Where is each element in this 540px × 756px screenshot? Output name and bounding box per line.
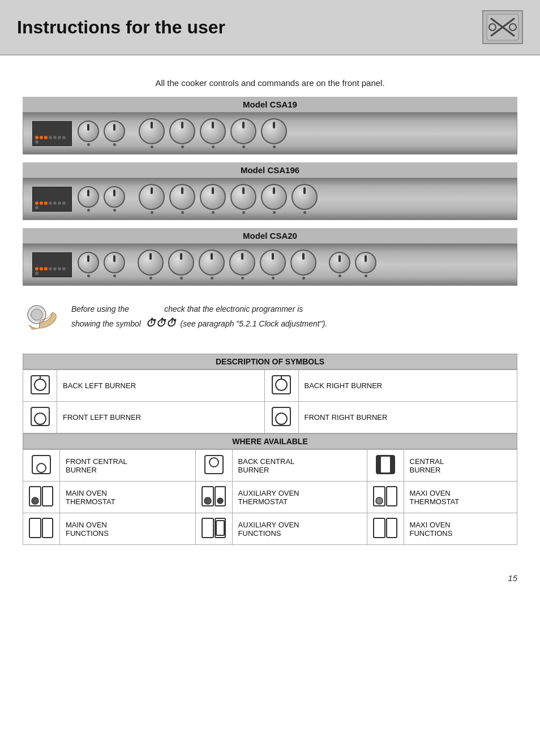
knob-dot [181, 145, 184, 148]
knob-container [260, 250, 286, 280]
knob[interactable] [329, 252, 350, 273]
knob-container [104, 252, 125, 277]
dot [49, 201, 52, 205]
knob-large[interactable] [230, 118, 256, 144]
knob-container [292, 184, 318, 214]
symbol-back-central [195, 450, 232, 482]
knob[interactable] [78, 121, 99, 142]
dot [35, 201, 38, 205]
svg-point-6 [31, 309, 42, 320]
knob-dot [87, 209, 90, 212]
knob-large[interactable] [200, 118, 226, 144]
svg-point-27 [204, 497, 211, 504]
knob-large[interactable] [292, 184, 318, 210]
svg-point-18 [37, 463, 46, 472]
svg-point-14 [35, 413, 46, 424]
label-aux-oven-func: AUXILIARY OVEN FUNCTIONS [232, 513, 367, 545]
svg-point-24 [32, 497, 38, 504]
label-main-oven-func: MAIN OVEN FUNCTIONS [60, 513, 196, 545]
knob-large[interactable] [169, 118, 195, 144]
table-row: MAIN OVEN FUNCTIONS AUXILIARY OVEN FUNCT… [23, 513, 517, 545]
svg-rect-39 [387, 518, 397, 538]
dot [35, 136, 38, 139]
knob-large[interactable] [261, 184, 287, 210]
knob-container [78, 186, 99, 212]
dot [62, 136, 66, 139]
knob-dot [113, 209, 116, 212]
label-front-central: FRONT CENTRAL BURNER [60, 450, 196, 482]
knob-large[interactable] [261, 118, 287, 144]
where-table: FRONT CENTRAL BURNER BACK CENTRAL BURNER [23, 449, 517, 545]
knob-container [230, 118, 256, 148]
knob-dot [212, 211, 215, 214]
knob[interactable] [78, 186, 99, 208]
knob-large[interactable] [229, 250, 255, 276]
knob-container [261, 184, 287, 214]
symbol-maxi-oven-thermo [367, 482, 404, 513]
label-central: CENTRAL BURNER [404, 450, 517, 482]
knob-large[interactable] [230, 184, 256, 210]
knob-large[interactable] [138, 250, 164, 276]
table-row: FRONT CENTRAL BURNER BACK CENTRAL BURNER [23, 450, 517, 482]
svg-point-20 [209, 458, 218, 467]
notice-text-before: Before using the check that the electron… [71, 304, 303, 313]
svg-point-11 [276, 379, 287, 390]
knob-large[interactable] [290, 250, 316, 276]
svg-rect-17 [32, 456, 50, 474]
knob[interactable] [104, 121, 125, 142]
model-csa196-panel [23, 178, 517, 220]
knob-large[interactable] [169, 184, 195, 210]
model-csa19-header: Model CSA19 [23, 97, 517, 112]
knob-large[interactable] [168, 250, 194, 276]
knob-dot [113, 274, 116, 277]
model-csa20-panel [23, 243, 517, 286]
knob-large[interactable] [260, 250, 286, 276]
knob-container [229, 250, 255, 280]
svg-rect-33 [29, 518, 41, 538]
svg-point-16 [276, 413, 287, 424]
knob-container [200, 118, 226, 148]
knob-dot [211, 277, 213, 280]
notice-icon [23, 303, 62, 337]
label-back-right: BACK RIGHT BURNER [298, 370, 517, 402]
symbol-front-central [23, 450, 60, 482]
dot [35, 272, 38, 275]
knob-container [168, 250, 194, 280]
knob-dot [149, 277, 152, 280]
knob-large[interactable] [139, 118, 165, 144]
notice-text: Before using the check that the electron… [71, 303, 327, 332]
knob[interactable] [104, 252, 125, 273]
knob-container [78, 252, 99, 277]
knob-dot [272, 277, 275, 280]
knob-large[interactable] [200, 184, 226, 210]
dot [40, 267, 43, 270]
model-csa19-panel [23, 112, 517, 154]
header-icon [482, 10, 523, 44]
dot [62, 201, 66, 205]
knob-group-csa196 [78, 184, 318, 214]
knob-container [139, 184, 165, 214]
knob[interactable] [355, 252, 376, 273]
symbol-cell-back-left [23, 370, 57, 402]
label-maxi-oven-func: MAXI OVEN FUNCTIONS [404, 513, 517, 545]
page-number: 15 [0, 562, 540, 589]
knob-large[interactable] [199, 250, 225, 276]
knob-container [169, 184, 195, 214]
knob-large[interactable] [139, 184, 165, 210]
svg-rect-25 [42, 487, 53, 506]
knob-container [78, 121, 99, 146]
where-header: WHERE AVAILABLE [23, 433, 517, 449]
table-row: MAIN OVEN THERMOSTAT AUXILIARY OVEN THER… [23, 482, 517, 513]
panel-dots [35, 136, 69, 144]
desc-header: DESCRIPTION OF SYMBOLS [23, 354, 517, 370]
svg-point-31 [376, 497, 383, 504]
svg-rect-15 [272, 407, 290, 426]
dot [58, 201, 61, 205]
model-csa20-header: Model CSA20 [23, 228, 517, 243]
knob-group-csa20 [78, 250, 376, 280]
knob-dot [273, 145, 276, 148]
svg-point-8 [35, 379, 46, 390]
knob[interactable] [78, 252, 99, 273]
knob[interactable] [104, 186, 125, 208]
page-header: Instructions for the user [0, 0, 540, 55]
